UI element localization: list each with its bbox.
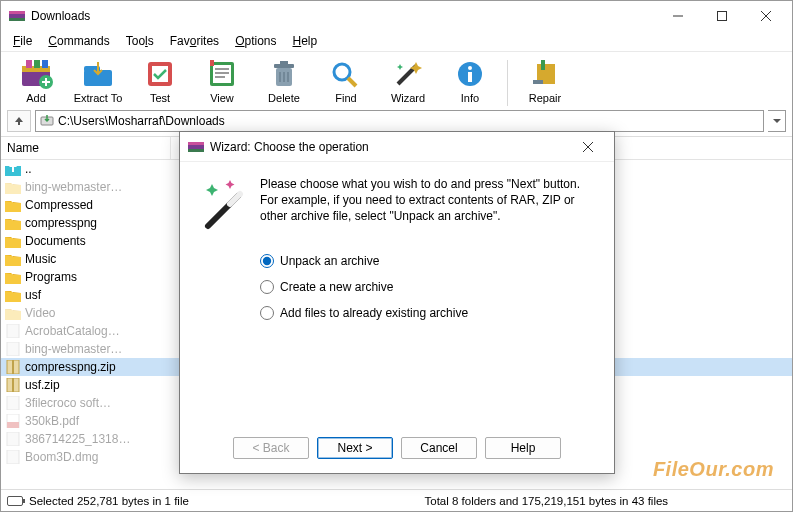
delete-label: Delete: [268, 92, 300, 104]
svg-rect-43: [12, 360, 14, 374]
menu-options[interactable]: Options: [227, 32, 284, 50]
dialog-title: Wizard: Choose the operation: [210, 140, 568, 154]
radio-add[interactable]: [260, 306, 274, 320]
file-icon: [5, 324, 21, 338]
dialog-options: Unpack an archive Create a new archive A…: [180, 246, 614, 328]
svg-rect-22: [210, 60, 214, 66]
titlebar: Downloads: [1, 1, 792, 31]
svg-rect-49: [7, 432, 19, 446]
svg-rect-21: [215, 76, 225, 78]
help-button[interactable]: Help: [485, 437, 561, 459]
menu-help[interactable]: Help: [285, 32, 326, 50]
maximize-button[interactable]: [700, 1, 744, 31]
toolbar: Add Extract To Test View Delete Find Wiz…: [1, 51, 792, 108]
address-path: C:\Users\Mosharraf\Downloads: [58, 114, 225, 128]
svg-line-57: [230, 194, 240, 204]
file-name: Boom3D.dmg: [25, 450, 171, 464]
file-name: compresspng.zip: [25, 360, 171, 374]
menu-commands[interactable]: Commands: [40, 32, 117, 50]
info-button[interactable]: Info: [441, 56, 499, 106]
extract-label: Extract To: [74, 92, 123, 104]
minimize-button[interactable]: [656, 1, 700, 31]
file-name: bing-webmaster…: [25, 180, 171, 194]
svg-rect-10: [34, 60, 40, 68]
window-title: Downloads: [31, 9, 656, 23]
file-name: Documents: [25, 234, 171, 248]
dialog-buttons: < Back Next > Cancel Help: [180, 437, 614, 459]
svg-rect-1: [9, 11, 25, 14]
pdf-icon: [5, 414, 21, 428]
folder-icon: [5, 252, 21, 266]
file-name: AcrobatCatalog…: [25, 324, 171, 338]
opt-add[interactable]: Add files to already existing archive: [260, 306, 596, 320]
dialog-titlebar: Wizard: Choose the operation: [180, 132, 614, 162]
delete-button[interactable]: Delete: [255, 56, 313, 106]
cancel-button[interactable]: Cancel: [401, 437, 477, 459]
dialog-close-button[interactable]: [568, 133, 608, 161]
file-name: 386714225_1318…: [25, 432, 171, 446]
file-name: Video: [25, 306, 171, 320]
svg-rect-37: [533, 80, 543, 84]
file-name: ..: [25, 162, 171, 176]
back-button[interactable]: < Back: [233, 437, 309, 459]
file-name: Music: [25, 252, 171, 266]
wizard-button[interactable]: Wizard: [379, 56, 437, 106]
opt-create[interactable]: Create a new archive: [260, 280, 596, 294]
repair-label: Repair: [529, 92, 561, 104]
menu-tools[interactable]: Tools: [118, 32, 162, 50]
svg-rect-40: [7, 324, 19, 338]
next-button[interactable]: Next >: [317, 437, 393, 459]
svg-rect-9: [26, 60, 32, 68]
address-dropdown[interactable]: [768, 110, 786, 132]
close-button[interactable]: [744, 1, 788, 31]
menu-favorites[interactable]: Favorites: [162, 32, 227, 50]
folder-icon: [5, 234, 21, 248]
add-button[interactable]: Add: [7, 56, 65, 106]
file-icon: [5, 342, 21, 356]
menubar: File Commands Tools Favorites Options He…: [1, 31, 792, 51]
view-button[interactable]: View: [193, 56, 251, 106]
repair-button[interactable]: Repair: [516, 56, 574, 106]
address-bar[interactable]: C:\Users\Mosharraf\Downloads: [35, 110, 764, 132]
file-icon: [5, 450, 21, 464]
menu-file[interactable]: File: [5, 32, 40, 50]
col-name[interactable]: Name: [1, 137, 171, 159]
svg-rect-4: [718, 12, 727, 21]
folder-icon: [5, 180, 21, 194]
file-name: Compressed: [25, 198, 171, 212]
wizard-icon: [198, 176, 248, 236]
add-label: Add: [26, 92, 46, 104]
drive-icon: [40, 114, 54, 128]
file-name: usf: [25, 288, 171, 302]
svg-line-30: [348, 78, 356, 86]
test-button[interactable]: Test: [131, 56, 189, 106]
svg-rect-53: [188, 149, 204, 152]
folder-icon: [5, 216, 21, 230]
up-icon: [5, 162, 21, 176]
svg-point-33: [468, 66, 472, 70]
wizard-dialog: Wizard: Choose the operation Please choo…: [179, 131, 615, 474]
status-right: Total 8 folders and 175,219,151 bytes in…: [425, 495, 793, 507]
svg-rect-48: [7, 422, 19, 428]
zip-icon: [5, 378, 21, 392]
extract-button[interactable]: Extract To: [69, 56, 127, 106]
wizard-label: Wizard: [391, 92, 425, 104]
app-icon: [9, 8, 25, 24]
view-label: View: [210, 92, 234, 104]
zip-icon: [5, 360, 21, 374]
radio-create[interactable]: [260, 280, 274, 294]
svg-rect-45: [12, 378, 14, 392]
status-left: Selected 252,781 bytes in 1 file: [29, 495, 425, 507]
dialog-message: Please choose what you wish to do and pr…: [260, 176, 596, 236]
svg-point-29: [334, 64, 350, 80]
radio-unpack[interactable]: [260, 254, 274, 268]
folder-icon: [5, 306, 21, 320]
svg-rect-34: [468, 72, 472, 82]
file-name: compresspng: [25, 216, 171, 230]
find-button[interactable]: Find: [317, 56, 375, 106]
svg-rect-2: [9, 18, 25, 21]
opt-unpack[interactable]: Unpack an archive: [260, 254, 596, 268]
up-button[interactable]: [7, 110, 31, 132]
svg-rect-50: [7, 450, 19, 464]
file-name: 3filecroco soft…: [25, 396, 171, 410]
